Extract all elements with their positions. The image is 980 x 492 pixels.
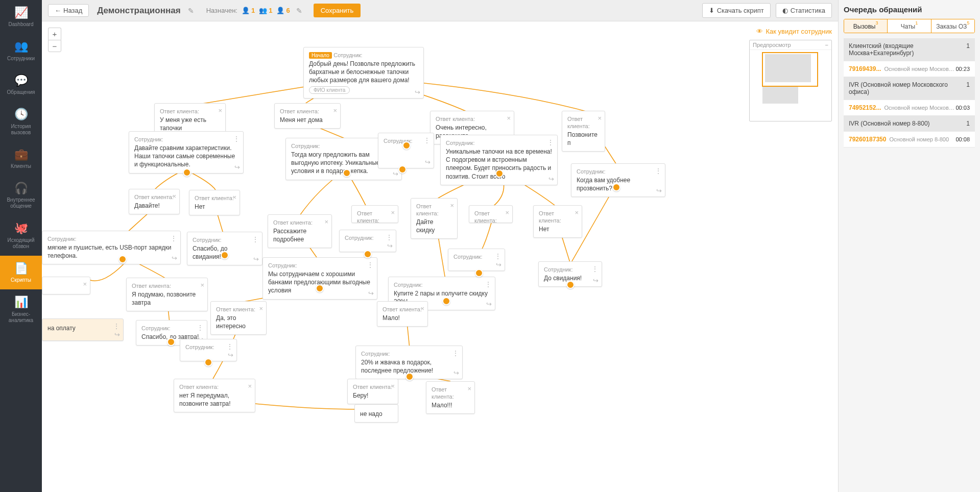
client-response-node[interactable]: Ответ клиента:×	[351, 205, 398, 223]
more-icon[interactable]: ⋮	[547, 138, 554, 146]
close-icon[interactable]: ×	[467, 385, 471, 392]
employee-node[interactable]: ⋮Сотрудник:↪	[339, 230, 396, 252]
employee-node[interactable]: ⋮на оплату↪	[42, 318, 124, 341]
employee-node[interactable]: ⋮Сотрудник:↪	[378, 133, 434, 168]
close-icon[interactable]: ×	[505, 209, 509, 216]
client-response-node[interactable]: Ответ клиента:×Мало!!!	[426, 381, 475, 414]
more-icon[interactable]: ⋮	[233, 135, 240, 143]
client-response-node[interactable]: не надо	[354, 404, 398, 423]
add-node-button[interactable]	[316, 284, 324, 292]
employee-node[interactable]: ⋮Сотрудник:Спасибо, до свидания!↪	[187, 232, 262, 265]
add-node-button[interactable]	[402, 141, 411, 150]
queue-call-item[interactable]: 74952152...Основной номер Московского оф…	[844, 100, 975, 116]
add-node-button[interactable]	[442, 297, 450, 305]
more-icon[interactable]: ⋮	[655, 167, 662, 175]
add-node-button[interactable]	[566, 281, 575, 289]
queue-call-item[interactable]: 79260187350Основной номер 8-80000:08	[844, 132, 975, 147]
sidebar-item-analytics[interactable]: 📊Бизнес-аналитика	[0, 289, 42, 329]
more-icon[interactable]: ⋮	[386, 233, 393, 241]
sidebar-item-scripts[interactable]: 📄Скрипты	[0, 256, 42, 289]
minimap[interactable]: Предпросмотр−	[749, 40, 832, 121]
edit-icon[interactable]: ✎	[188, 7, 194, 15]
client-response-node[interactable]: Ответ клиента:×Нет	[533, 205, 582, 238]
share-icon[interactable]: ↪	[253, 255, 259, 263]
share-icon[interactable]: ↪	[393, 170, 398, 178]
client-response-node[interactable]: Ответ клиента:×Меня нет дома	[274, 103, 341, 129]
client-response-node[interactable]: Ответ клиента:×Расскажите подробнее	[268, 214, 332, 248]
tab-chats[interactable]: Чаты1	[888, 19, 931, 33]
sidebar-item-call-history[interactable]: 🕓История вызовов	[0, 102, 42, 141]
client-response-node[interactable]: Ответ клиента:×	[469, 205, 513, 223]
add-node-button[interactable]	[364, 250, 372, 258]
add-node-button[interactable]	[183, 168, 191, 177]
close-icon[interactable]: ×	[333, 107, 337, 114]
share-icon[interactable]: ↪	[453, 369, 459, 377]
close-icon[interactable]: ×	[200, 281, 204, 289]
share-icon[interactable]: ↪	[656, 187, 662, 194]
close-icon[interactable]: ×	[597, 114, 602, 122]
edit-assigned-icon[interactable]: ✎	[296, 7, 302, 15]
add-node-button[interactable]	[204, 358, 212, 366]
sidebar-item-clients[interactable]: 💼Клиенты	[0, 142, 42, 176]
close-icon[interactable]: ×	[420, 305, 424, 312]
share-icon[interactable]: ↪	[228, 351, 233, 359]
close-icon[interactable]: ×	[324, 218, 328, 226]
employee-node[interactable]: ⋮Сотрудник:мягкие и пушистые, есть USB-п…	[42, 231, 181, 264]
client-response-node[interactable]: Ответ клиента:×Дайте скидку	[411, 198, 458, 239]
script-canvas[interactable]: + − 👁 Как увидит сотрудник Предпросмотр−	[42, 21, 838, 492]
share-icon[interactable]: ↪	[114, 331, 120, 338]
client-response-node[interactable]: Ответ клиента:×нет Я передумал, позвонит…	[174, 379, 255, 412]
client-response-node[interactable]: Ответ клиента:×Я подумаю, позвоните завт…	[126, 278, 208, 311]
client-response-node[interactable]: Ответ клиента:×Нет	[189, 190, 240, 215]
share-icon[interactable]: ↪	[496, 261, 501, 268]
zoom-in-button[interactable]: +	[48, 28, 61, 40]
tab-orders[interactable]: Заказы ОЗ5	[931, 19, 974, 33]
more-icon[interactable]: ⋮	[591, 265, 599, 273]
employee-node[interactable]: ⋮Сотрудник:↪	[448, 249, 505, 271]
add-node-button[interactable]	[343, 169, 351, 177]
more-icon[interactable]: ⋮	[170, 234, 177, 242]
close-icon[interactable]: ×	[507, 114, 511, 122]
more-icon[interactable]: ⋮	[423, 136, 431, 144]
add-node-button[interactable]	[612, 183, 620, 191]
sidebar-item-dashboard[interactable]: 📈Dashboard	[0, 0, 42, 34]
share-icon[interactable]: ↪	[234, 163, 240, 171]
client-response-node[interactable]: Ответ клиента:×Давайте!	[129, 189, 180, 214]
more-icon[interactable]: ⋮	[252, 235, 259, 243]
queue-group-header[interactable]: Клиентский (входящие Москва+Екатеринбург…	[844, 38, 975, 61]
queue-call-item[interactable]: 79169439...Основной номер Московского оф…	[844, 61, 975, 77]
zoom-out-button[interactable]: −	[48, 40, 61, 52]
save-button[interactable]: Сохранить	[314, 4, 361, 17]
queue-group-header[interactable]: IVR (Основной номер Московского офиса)1	[844, 77, 975, 100]
client-response-node[interactable]: Ответ клиента:×Да, это интересно	[210, 301, 267, 335]
close-icon[interactable]: ×	[450, 202, 454, 209]
close-icon[interactable]: ×	[259, 305, 263, 312]
close-icon[interactable]: ×	[391, 382, 395, 390]
sidebar-item-employees[interactable]: 👥Сотрудники	[0, 34, 42, 67]
share-icon[interactable]: ↪	[425, 158, 431, 166]
employee-node[interactable]: ⋮Сотрудник:Мы сотрудничаем с хорошими ба…	[262, 257, 377, 300]
tab-calls[interactable]: Вызовы3	[844, 19, 888, 33]
add-node-button[interactable]	[221, 251, 229, 259]
more-icon[interactable]: ⋮	[113, 322, 120, 330]
employee-node[interactable]: ⋮Сотрудник:Давайте сравним характеристик…	[129, 131, 244, 174]
sidebar-item-requests[interactable]: 💬Обращения	[0, 68, 42, 102]
more-icon[interactable]: ⋮	[452, 349, 459, 357]
download-script-button[interactable]: ⬇ Скачать скрипт	[702, 3, 771, 18]
more-icon[interactable]: ⋮	[494, 252, 501, 260]
more-icon[interactable]: ⋮	[485, 280, 492, 288]
start-node[interactable]: Начало Сотрудник: Добрый день! Позвольте…	[303, 47, 424, 99]
sidebar-item-outbound[interactable]: 🐙Исходящий обзвон	[0, 215, 42, 255]
share-icon[interactable]: ↪	[415, 88, 420, 96]
add-node-button[interactable]	[167, 338, 175, 346]
share-icon[interactable]: ↪	[593, 277, 599, 284]
add-node-button[interactable]	[475, 269, 483, 277]
share-icon[interactable]: ↪	[486, 300, 492, 308]
close-icon[interactable]: ×	[83, 280, 87, 288]
minimap-viewport[interactable]	[762, 52, 818, 87]
close-icon[interactable]: ×	[248, 382, 252, 390]
more-icon[interactable]: ⋮	[197, 324, 204, 332]
close-icon[interactable]: ×	[232, 193, 236, 201]
employee-node[interactable]: ⋮Сотрудник:Когда вам удобнее прозвонить?…	[571, 163, 665, 197]
share-icon[interactable]: ↪	[548, 175, 554, 183]
